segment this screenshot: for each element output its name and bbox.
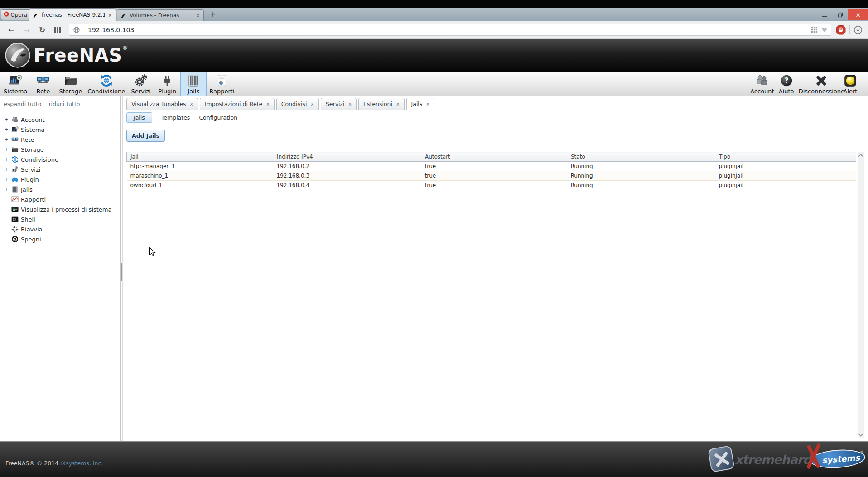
splitter-grip[interactable] [121,263,122,281]
cell-tipo: pluginjail [715,181,856,190]
expander-icon[interactable]: + [4,167,9,172]
sidebar-item-storage[interactable]: + Storage [4,145,120,154]
tab-condivisi[interactable]: Condivisi x [276,98,319,110]
sidebar-item-processi[interactable]: Visualizza i processi di sistema [4,204,120,214]
toolbar-label: Plugin [158,88,176,95]
toolbar-item-rapporti[interactable]: Rapporti [207,72,237,96]
toolbar-item-sistema[interactable]: Sistema [1,72,30,96]
tab-jails[interactable]: Jails x [406,98,434,110]
column-header-jail[interactable]: Jail [127,152,273,162]
bookmark-heart-icon[interactable]: ♥ [821,26,827,34]
close-icon[interactable]: x [396,101,400,107]
plugin-puzzle-icon [11,176,19,183]
browser-tab-freenas[interactable]: freenas - FreeNAS-9.2.1.5- x [29,8,116,21]
new-tab-button[interactable]: + [208,10,217,19]
expander-icon[interactable]: + [4,137,9,142]
grid-scrollbar[interactable] [858,152,864,438]
toolbar-item-rete[interactable]: Rete [30,72,56,96]
sidebar-item-servizi[interactable]: + Servizi [4,164,120,174]
sidebar-item-label: Shell [21,216,35,223]
toolbar-item-condivisione[interactable]: Condivisione [85,72,128,96]
address-bar[interactable]: ♥ [69,24,831,36]
grid-icon[interactable] [811,26,818,33]
expander-icon[interactable]: + [4,187,9,192]
tab-estensioni[interactable]: Estensioni x [358,98,404,110]
alert-light-icon [844,74,857,87]
table-row[interactable]: maraschino_1 192.168.0.3 true Running pl… [127,171,856,181]
close-icon[interactable]: x [311,101,314,107]
toolbar-item-aiuto[interactable]: ? Aiuto [775,72,798,96]
sidebar-item-label: Sistema [21,126,44,133]
sidebar-item-rete[interactable]: + Rete [4,135,120,145]
ixsystems-link[interactable]: iXsystems, Inc. [60,460,103,467]
sidebar-splitter[interactable] [121,96,125,441]
jails-grid: Jail Indirizzo IPv4 Autostart Stato Tipo… [126,152,856,190]
tree-controls: espandi tutto riduci tutto [4,101,120,107]
url-input[interactable] [88,26,807,34]
sidebar-item-spegni[interactable]: Spegni [4,234,120,244]
toolbar-item-servizi[interactable]: Servizi [128,72,154,96]
tab-servizi[interactable]: Servizi x [321,98,357,110]
jails-bars-icon [187,74,200,87]
expander-icon[interactable]: + [4,157,9,162]
adblock-extension-icon[interactable] [836,25,846,35]
back-button[interactable]: ← [6,24,17,35]
cell-autostart: true [421,171,567,181]
expand-all-link[interactable]: espandi tutto [4,101,41,107]
tab-visualizza-tunables[interactable]: Visualizza Tunables x [126,98,198,110]
tab-label: Impostazioni di Rete [205,101,262,107]
subtab-templates[interactable]: Templates [161,114,190,121]
expander-icon[interactable]: + [4,127,9,132]
sidebar-item-shell[interactable]: C/ Shell [4,214,120,224]
sidebar-item-plugin[interactable]: + Plugin [4,174,120,184]
tab-impostazioni-di-rete[interactable]: Impostazioni di Rete x [200,98,275,110]
close-icon[interactable]: x [426,101,429,107]
cell-stato: Running [567,162,715,171]
toolbar-item-jails[interactable]: Jails [180,72,207,96]
browser-tab-volumes[interactable]: Volumes - Freenas x [117,9,204,21]
scroll-down-icon[interactable] [858,431,863,436]
tab-close-icon[interactable]: x [107,12,112,18]
minimize-button[interactable] [816,9,832,20]
expander-icon[interactable]: + [4,147,9,152]
browser-tab-title: freenas - FreeNAS-9.2.1.5- [42,12,105,18]
column-header-autostart[interactable]: Autostart [421,152,567,162]
column-header-ipv4[interactable]: Indirizzo IPv4 [273,152,421,162]
sidebar-item-account[interactable]: + Account [4,115,120,125]
close-icon[interactable]: x [266,101,270,107]
subtab-jails[interactable]: Jails [126,112,152,123]
reload-button[interactable]: ↻ [37,24,48,35]
column-header-tipo[interactable]: Tipo [715,152,856,162]
add-jails-button[interactable]: Add Jails [126,130,165,142]
downloads-icon[interactable] [854,25,863,34]
expander-icon[interactable]: + [4,177,9,182]
toolbar-item-storage[interactable]: Storage [56,72,85,96]
close-icon[interactable]: x [190,101,193,107]
close-icon[interactable]: x [349,101,352,107]
tab-close-icon[interactable]: x [195,13,200,19]
opera-menu-button[interactable]: Opera [1,9,30,20]
table-row[interactable]: owncloud_1 192.168.0.4 true Running plug… [127,181,856,190]
table-row[interactable]: htpc-manager_1 192.168.0.2 true Running … [127,162,856,171]
close-button[interactable]: × [848,9,868,20]
column-header-stato[interactable]: Stato [567,152,715,162]
sidebar-item-condivisione[interactable]: + Condivisione [4,154,120,164]
toolbar-item-plugin[interactable]: Plugin [154,72,180,96]
restore-button[interactable] [832,9,848,20]
scroll-up-icon[interactable] [858,154,863,159]
toolbar-item-alert[interactable]: Alert [839,72,862,96]
expander-icon[interactable]: + [4,117,9,122]
system-icon [11,126,19,133]
sidebar-item-jails[interactable]: + Jails [4,184,120,194]
sidebar-item-sistema[interactable]: + Sistema [4,125,120,135]
speed-dial-icon[interactable] [52,24,63,35]
forward-button[interactable]: → [21,24,32,35]
sidebar-item-riavvia[interactable]: Riavvia [4,224,120,234]
collapse-all-link[interactable]: riduci tutto [48,101,80,107]
toolbar-item-account[interactable]: Account [749,72,775,96]
sidebar-item-rapporti[interactable]: Rapporti [4,194,120,204]
toolbar-item-disconnessione[interactable]: Disconnessione [798,72,845,96]
cell-tipo: pluginjail [715,162,856,171]
subtab-configuration[interactable]: Configuration [199,114,237,121]
account-users-icon [755,74,769,87]
